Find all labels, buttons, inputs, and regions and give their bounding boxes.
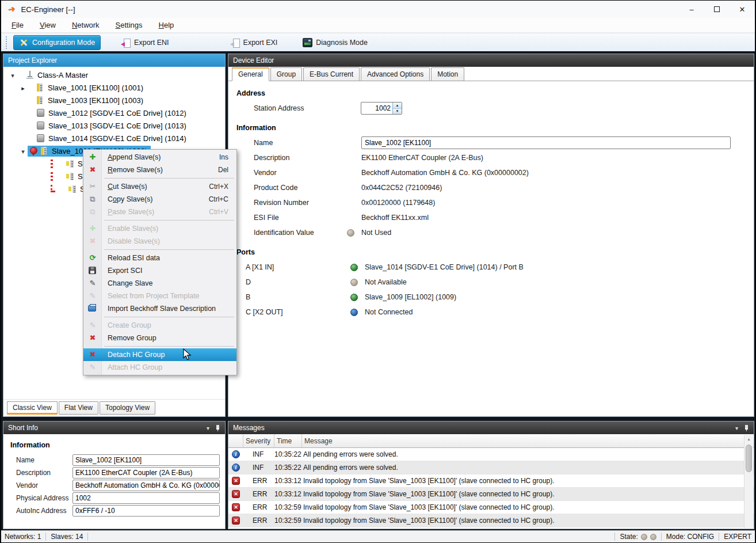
context-menu-icon (88, 165, 97, 174)
message-row[interactable]: INF 10:35:22 All pending errors were sol… (228, 448, 754, 461)
tree-item[interactable]: Slave_1012 [SGDV-E1 CoE Drive] (1012) (3, 107, 225, 119)
message-row[interactable]: ERR 10:33:12 Invalid topology from Slave… (228, 488, 754, 501)
device-editor-tab[interactable]: Group (270, 67, 302, 81)
pin-icon[interactable] (215, 424, 220, 432)
menu-item[interactable]: Help (153, 18, 180, 32)
collapse-chevron-icon[interactable]: ▾ (735, 425, 738, 431)
minimize-button[interactable]: – (679, 1, 704, 18)
context-menu-item[interactable]: Attach HC Group (83, 361, 236, 374)
context-menu-item[interactable]: Create Group (83, 319, 236, 332)
short-info-value: 1002 (75, 494, 91, 502)
station-address-value: 1002 (361, 102, 392, 114)
context-menu-label: Remove Group (108, 334, 228, 342)
context-menu-icon (88, 153, 97, 162)
tree-item[interactable]: Slave_1014 [SGDV-E1 CoE Drive] (1014) (3, 132, 225, 145)
context-menu-label: Append Slave(s) (108, 153, 219, 161)
context-menu-entry (83, 178, 236, 179)
pin-icon[interactable] (744, 424, 749, 432)
toolbar-button[interactable]: Diagnosis Mode (297, 36, 373, 50)
device-editor-tab[interactable]: Motion (431, 67, 464, 81)
scroll-up-icon[interactable]: ▲ (744, 435, 753, 443)
toolbar-grip[interactable] (6, 36, 7, 49)
port-value: Not Connected (365, 308, 413, 316)
context-menu-item[interactable]: Enable Slave(s) (83, 222, 236, 235)
short-info-input[interactable]: Beckhoff Automation GmbH & Co. KG (0x000… (72, 480, 220, 491)
context-menu-icon (88, 305, 96, 312)
toolbar-button[interactable]: Configuration Mode (13, 35, 101, 50)
close-button[interactable]: ✕ (730, 1, 755, 18)
toolbar-button[interactable]: Export ENI (116, 36, 174, 50)
device-icon (66, 172, 74, 180)
device-icon (37, 109, 44, 117)
context-menu-item[interactable]: Cut Slave(s) Ctrl+X (83, 180, 236, 193)
message-text: Invalid topology from Slave 'Slave_1003 … (302, 503, 754, 511)
tree-item[interactable]: Slave_1013 [SGDV-E1 CoE Drive] (1013) (3, 119, 225, 132)
messages-scrollbar[interactable]: ▲ (744, 435, 753, 528)
context-menu-item[interactable]: Disable Slave(s) (83, 235, 236, 248)
toolbar-button[interactable]: Export EXI (225, 36, 283, 50)
message-row[interactable]: ERR 10:33:12 Invalid topology from Slave… (228, 474, 754, 488)
messages-column-header: Severity Time Message (228, 434, 754, 448)
tree-item[interactable]: Class-A Master (3, 69, 225, 81)
short-info-input[interactable]: 0xFFF6 / -10 (72, 505, 220, 517)
short-info-value: Slave_1002 [EK1100] (75, 456, 142, 464)
context-menu-icon (88, 237, 97, 246)
context-menu-item[interactable]: Detach HC Group (83, 348, 236, 361)
context-menu-item[interactable]: Paste Slave(s) Ctrl+V (83, 206, 236, 218)
menu-item[interactable]: File (6, 18, 29, 32)
context-menu-item[interactable]: Copy Slave(s) Ctrl+C (83, 193, 236, 206)
device-icon (37, 121, 44, 130)
message-row[interactable]: INF 10:35:22 All pending errors were sol… (228, 461, 754, 474)
context-menu-item[interactable]: Remove Slave(s) Del (83, 164, 236, 176)
view-tab[interactable]: Classic View (7, 401, 58, 415)
short-info-row: Name Slave_1002 [EK1100] (3, 454, 225, 466)
severity-icon (232, 450, 240, 458)
device-editor-tab[interactable]: Advanced Options (361, 67, 430, 81)
menu-item[interactable]: View (34, 18, 62, 32)
maximize-button[interactable] (704, 1, 730, 18)
context-menu-item[interactable]: Append Slave(s) Ins (83, 151, 236, 164)
device-editor-tab[interactable]: E-Bus Current (303, 67, 360, 81)
context-menu-item[interactable]: Remove Group (83, 332, 236, 344)
short-info-row: AutoInc Address 0xFFF6 / -10 (3, 504, 225, 517)
column-severity[interactable]: Severity (243, 434, 274, 447)
spin-down-button[interactable]: ▼ (393, 109, 402, 115)
message-time: 10:35:22 (274, 450, 302, 458)
context-menu-item[interactable]: Export SCI (83, 264, 236, 277)
port-row: C [X2 OUT] Not Connected (228, 305, 754, 320)
message-row[interactable]: ERR 10:32:59 Invalid topology from Slave… (228, 501, 754, 514)
context-menu-item[interactable]: Reload ESI data (83, 252, 236, 264)
device-editor-tab[interactable]: General (232, 67, 269, 81)
context-menu-icon (88, 253, 97, 263)
short-info-input[interactable]: 1002 (72, 492, 220, 504)
column-icon[interactable] (228, 434, 243, 447)
column-message[interactable]: Message (302, 434, 754, 447)
context-menu-label: Select from Project Template (108, 292, 228, 300)
message-row[interactable]: ERR 10:32:59 Invalid topology from Slave… (228, 514, 754, 527)
short-info-input[interactable]: Slave_1002 [EK1100] (72, 454, 220, 466)
menu-item[interactable]: Settings (110, 18, 148, 32)
message-severity: INF (243, 450, 274, 458)
device-name-input[interactable]: Slave_1002 [EK1100] (361, 136, 731, 149)
scrollbar-thumb[interactable] (746, 445, 752, 472)
context-menu-label: Attach HC Group (108, 363, 228, 371)
expander-icon[interactable] (8, 71, 17, 79)
station-address-input[interactable]: 1002 ▲ ▼ (361, 102, 402, 115)
context-menu-item[interactable]: Import Beckhoff Slave Description (83, 302, 236, 315)
context-menu-item[interactable]: Change Slave (83, 277, 236, 290)
short-info-input[interactable]: EK1100 EtherCAT Coupler (2A E-Bus) (72, 467, 220, 479)
view-tab[interactable]: Flat View (59, 401, 98, 415)
context-menu-entry: Append Slave(s) Ins (83, 151, 236, 164)
spin-up-button[interactable]: ▲ (393, 102, 402, 109)
device-icon (37, 83, 44, 92)
expander-icon[interactable] (18, 147, 28, 155)
tree-item[interactable]: Slave_1001 [EK1100] (1001) (3, 81, 225, 94)
expander-icon[interactable] (18, 83, 28, 92)
context-menu-item[interactable]: Select from Project Template (83, 290, 236, 302)
collapse-chevron-icon[interactable]: ▾ (207, 425, 209, 431)
tree-item[interactable]: Slave_1003 [EK1100] (1003) (3, 94, 225, 107)
short-info-header: Short Info ▾ (3, 422, 225, 434)
menu-item[interactable]: Network (66, 18, 105, 32)
column-time[interactable]: Time (274, 434, 302, 447)
view-tab[interactable]: Topology View (100, 401, 155, 415)
